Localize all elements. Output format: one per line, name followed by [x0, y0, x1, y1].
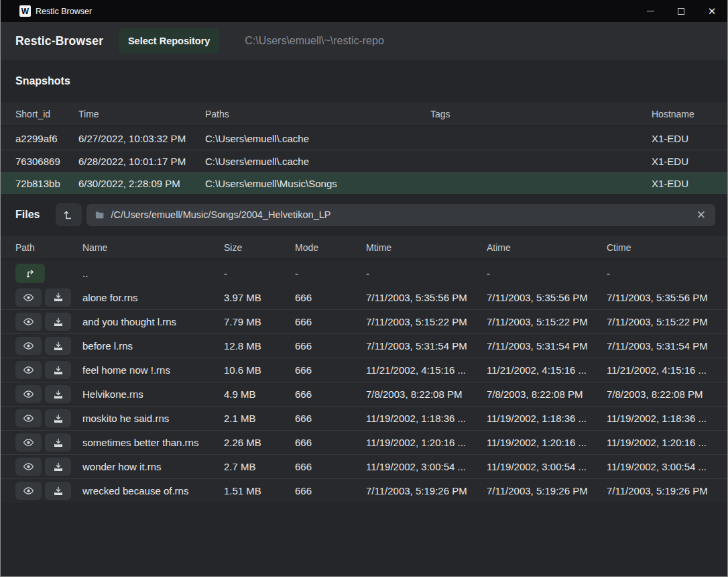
file-rows: alone for.rns 3.97 MB 666 7/11/2003, 5:3… — [1, 285, 727, 503]
toolbar: Restic-Browser Select Repository C:\User… — [1, 22, 727, 60]
download-file-button[interactable] — [45, 482, 71, 500]
titlebar: W Restic Browser ✕ — [1, 0, 727, 22]
column-header-name: Name — [82, 242, 224, 253]
files-table-header: Path Name Size Mode Mtime Atime Ctime — [1, 236, 727, 258]
file-actions — [15, 433, 82, 452]
snapshot-short-id: 72b813bb — [15, 178, 78, 189]
window-controls: ✕ — [635, 0, 727, 22]
up-right-arrow-icon — [25, 268, 36, 279]
file-atime: 7/11/2003, 5:15:22 PM — [487, 316, 607, 327]
column-header-ctime: Ctime — [607, 242, 715, 253]
file-mtime: 7/11/2003, 5:35:56 PM — [366, 292, 487, 303]
file-atime: 7/11/2003, 5:31:54 PM — [487, 340, 607, 352]
file-name: before l.rns — [82, 340, 224, 352]
files-bar: Files ✕ — [1, 203, 727, 227]
download-file-button[interactable] — [45, 385, 71, 403]
column-header-mode: Mode — [295, 242, 366, 253]
file-atime: 7/11/2003, 5:35:56 PM — [487, 292, 607, 303]
file-ctime: 7/11/2003, 5:31:54 PM — [607, 340, 715, 352]
file-size: 1.51 MB — [224, 485, 295, 496]
select-repository-button[interactable]: Select Repository — [119, 28, 219, 54]
file-name: wrecked because of.rns — [82, 485, 224, 496]
preview-file-button[interactable] — [15, 361, 42, 379]
snapshot-hostname: X1-EDU — [652, 133, 715, 144]
snapshot-time: 6/30/2022, 2:28:09 PM — [78, 178, 205, 189]
file-atime: 11/19/2002, 1:18:36 ... — [487, 413, 607, 424]
file-actions — [15, 313, 82, 331]
download-file-button[interactable] — [45, 361, 71, 379]
file-mode: 666 — [295, 437, 366, 448]
download-file-button[interactable] — [45, 433, 71, 452]
file-name: sometimes better than.rns — [82, 437, 224, 448]
file-mtime: 7/8/2003, 8:22:08 PM — [366, 388, 487, 400]
path-input[interactable] — [111, 209, 694, 220]
close-button[interactable]: ✕ — [696, 0, 727, 22]
snapshot-paths: C:\Users\emuell\.cache — [205, 133, 430, 144]
maximize-button[interactable] — [666, 0, 696, 22]
file-mode: 666 — [295, 316, 366, 327]
file-row: Helvikone.rns 4.9 MB 666 7/8/2003, 8:22:… — [1, 382, 727, 406]
snapshot-row[interactable]: a2299af6 6/27/2022, 10:03:32 PM C:\Users… — [1, 127, 727, 150]
file-size: 4.9 MB — [224, 388, 295, 400]
preview-file-button[interactable] — [15, 433, 42, 452]
file-atime: 11/19/2002, 3:00:54 ... — [487, 461, 607, 472]
snapshot-row[interactable]: 76306869 6/28/2022, 10:01:17 PM C:\Users… — [1, 150, 727, 172]
preview-file-button[interactable] — [15, 482, 42, 500]
snapshot-time: 6/27/2022, 10:03:32 PM — [78, 133, 205, 144]
column-header-tags: Tags — [430, 109, 652, 119]
file-size: 3.97 MB — [224, 292, 295, 303]
eye-icon — [23, 292, 34, 303]
file-size: 7.79 MB — [224, 316, 295, 327]
column-header-paths: Paths — [205, 109, 430, 119]
eye-icon — [23, 388, 34, 400]
download-file-button[interactable] — [45, 313, 71, 331]
file-name: wonder how it.rns — [82, 461, 224, 472]
repository-path-field[interactable]: C:\Users\emuell\~\restic-repo — [245, 35, 384, 47]
file-ctime: 7/11/2003, 5:19:26 PM — [607, 485, 715, 496]
file-row: and you thought l.rns 7.79 MB 666 7/11/2… — [1, 309, 727, 333]
download-icon — [53, 365, 64, 376]
parent-atime: - — [487, 268, 607, 279]
file-ctime: 11/19/2002, 3:00:54 ... — [607, 461, 715, 472]
file-ctime: 11/21/2002, 4:15:16 ... — [607, 364, 715, 376]
snapshot-row[interactable]: 72b813bb 6/30/2022, 2:28:09 PM C:\Users\… — [1, 172, 727, 194]
column-header-size: Size — [224, 242, 295, 253]
snapshots-table-header: Short_id Time Paths Tags Hostname — [1, 103, 727, 125]
eye-icon — [23, 364, 34, 376]
files-table-body: .. - - - - - — [1, 261, 727, 503]
files-heading: Files — [15, 209, 40, 221]
file-actions — [15, 385, 82, 403]
file-ctime: 11/19/2002, 1:20:16 ... — [607, 437, 715, 448]
file-name: moskito he said.rns — [82, 413, 224, 424]
preview-file-button[interactable] — [15, 288, 42, 307]
file-name: alone for.rns — [82, 292, 224, 303]
file-actions — [15, 288, 82, 307]
file-ctime: 11/19/2002, 1:18:36 ... — [607, 413, 715, 424]
download-file-button[interactable] — [45, 458, 71, 476]
minimize-button[interactable] — [635, 0, 666, 22]
parent-directory-row: .. - - - - - — [1, 261, 727, 285]
snapshot-paths: C:\Users\emuell\.cache — [205, 156, 430, 167]
minimize-icon — [647, 11, 654, 11]
snapshots-table-body: a2299af6 6/27/2022, 10:03:32 PM C:\Users… — [1, 127, 727, 194]
download-file-button[interactable] — [45, 337, 71, 355]
snapshots-heading: Snapshots — [1, 60, 727, 103]
file-mode: 666 — [295, 364, 366, 376]
download-file-button[interactable] — [45, 409, 71, 427]
file-atime: 11/21/2002, 4:15:16 ... — [487, 364, 607, 376]
preview-file-button[interactable] — [15, 458, 42, 476]
app-window: W Restic Browser ✕ Restic-Browser Select… — [0, 0, 728, 577]
file-size: 2.1 MB — [224, 413, 295, 424]
preview-file-button[interactable] — [15, 409, 42, 427]
clear-path-button[interactable]: ✕ — [695, 209, 707, 221]
download-icon — [53, 462, 64, 472]
file-actions — [15, 458, 82, 476]
download-file-button[interactable] — [45, 288, 71, 307]
file-mode: 666 — [295, 340, 366, 352]
preview-file-button[interactable] — [15, 313, 42, 331]
level-up-button[interactable] — [56, 203, 82, 226]
preview-file-button[interactable] — [15, 385, 42, 403]
preview-file-button[interactable] — [15, 337, 42, 355]
parent-mtime: - — [366, 268, 487, 279]
go-up-button[interactable] — [15, 264, 45, 283]
